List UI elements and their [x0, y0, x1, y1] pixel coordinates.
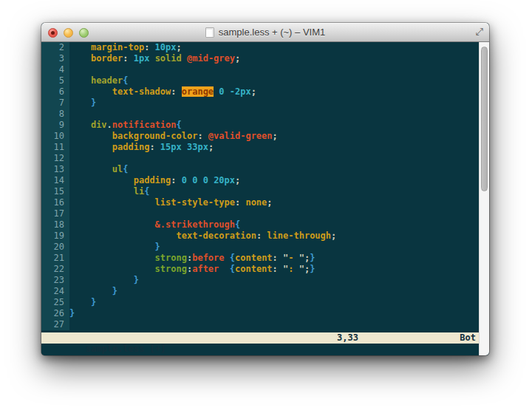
code-text [69, 153, 489, 164]
line-number: 6 [41, 86, 69, 98]
line-number: 5 [41, 75, 69, 86]
line-number: 25 [41, 297, 69, 308]
code-text: &.strikethrough{ [69, 219, 489, 231]
code-line[interactable]: 27 [41, 319, 489, 330]
line-number: 7 [41, 98, 69, 109]
line-number: 8 [41, 109, 69, 120]
code-line[interactable]: 6 text-shadow: orange 0 -2px; [41, 86, 489, 98]
code-line[interactable]: 23 } [41, 275, 489, 286]
mode-text: -- INSERT -- [86, 355, 150, 355]
code-text: strong:before {content: "- ";} [69, 253, 489, 264]
line-number: 16 [41, 197, 69, 208]
code-text: padding: 15px 33px; [69, 142, 489, 153]
code-line[interactable]: 19 text-decoration: line-through; [41, 231, 489, 242]
line-number: 14 [41, 175, 69, 186]
code-line[interactable]: 22 strong:after {content: ": ";} [41, 264, 489, 275]
code-line[interactable]: 11 padding: 15px 33px; [41, 142, 489, 153]
desktop-background: sample.less + (~) – VIM1 ⤢ 2 margin-top:… [0, 0, 532, 413]
code-line[interactable]: 16 list-style-type: none; [41, 197, 489, 208]
line-number: 22 [41, 264, 69, 275]
line-number: 11 [41, 142, 69, 153]
code-text: } [69, 308, 489, 319]
code-line[interactable]: 2 margin-top: 10px; [41, 42, 489, 53]
code-text [69, 208, 489, 219]
code-text: strong:after {content: ": ";} [69, 264, 489, 275]
editor-body: 2 margin-top: 10px;3 border: 1px solid @… [41, 42, 489, 355]
code-line[interactable]: 24 } [41, 286, 489, 297]
code-line[interactable]: 10 background-color: @valid-green; [41, 131, 489, 142]
code-line[interactable]: 9 div.notification{ [41, 120, 489, 131]
code-line[interactable]: 13 ul{ [41, 164, 489, 175]
line-number: 27 [41, 319, 69, 330]
line-number: 12 [41, 153, 69, 164]
line-number: 18 [41, 219, 69, 231]
scrollbar-track[interactable] [479, 42, 489, 355]
traffic-lights [48, 23, 89, 42]
code-line[interactable]: 4 [41, 64, 489, 75]
code-text: } [69, 242, 489, 253]
code-text: } [69, 297, 489, 308]
code-text: div.notification{ [69, 120, 489, 131]
code-text: padding: 0 0 0 20px; [69, 175, 489, 186]
code-text: } [69, 275, 489, 286]
statusline: sample.less [+] 3,33 Bot [41, 332, 489, 344]
code-text: li{ [69, 186, 489, 197]
line-number: 4 [41, 64, 69, 75]
scroll-position: Bot [460, 332, 476, 344]
line-number: 3 [41, 53, 69, 64]
line-number: 17 [41, 208, 69, 219]
line-number: 24 [41, 286, 69, 297]
window-title: sample.less + (~) – VIM1 [219, 27, 326, 38]
zoom-button[interactable] [79, 28, 89, 38]
code-line[interactable]: 7 } [41, 98, 489, 109]
title-group: sample.less + (~) – VIM1 [205, 27, 326, 38]
code-line[interactable]: 26} [41, 308, 489, 319]
scrollbar-thumb[interactable] [481, 47, 488, 191]
code-text [69, 109, 489, 120]
line-number: 19 [41, 231, 69, 242]
minimize-button[interactable] [64, 28, 73, 38]
code-line[interactable]: 15 li{ [41, 186, 489, 197]
titlebar[interactable]: sample.less + (~) – VIM1 ⤢ [41, 23, 489, 42]
code-text: } [69, 98, 489, 109]
code-line[interactable]: 3 border: 1px solid @mid-grey; [41, 53, 489, 64]
code-line[interactable]: 25 } [41, 297, 489, 308]
code-line[interactable]: 14 padding: 0 0 0 20px; [41, 175, 489, 186]
code-text: header{ [69, 75, 489, 86]
code-text: background-color: @valid-green; [69, 131, 489, 142]
modified-dot-icon [51, 31, 55, 35]
document-icon [205, 27, 214, 38]
line-number: 21 [41, 253, 69, 264]
statusline-filename: sample.less [+] [86, 344, 166, 354]
code-line[interactable]: 18 &.strikethrough{ [41, 219, 489, 231]
code-text: ul{ [69, 164, 489, 175]
code-text: } [69, 286, 489, 297]
line-number: 20 [41, 242, 69, 253]
code-text [69, 64, 489, 75]
code-line[interactable]: 20 } [41, 242, 489, 253]
vim-window: sample.less + (~) – VIM1 ⤢ 2 margin-top:… [41, 23, 489, 355]
fullscreen-icon[interactable]: ⤢ [476, 27, 483, 36]
code-line[interactable]: 21 strong:before {content: "- ";} [41, 253, 489, 264]
line-number: 2 [41, 42, 69, 53]
editor-area[interactable]: 2 margin-top: 10px;3 border: 1px solid @… [41, 42, 489, 332]
line-number: 23 [41, 275, 69, 286]
line-number: 9 [41, 120, 69, 131]
code-line[interactable]: 5 header{ [41, 75, 489, 86]
code-line[interactable]: 17 [41, 208, 489, 219]
code-text: margin-top: 10px; [69, 42, 489, 53]
code-text: text-shadow: orange 0 -2px; [69, 86, 489, 98]
line-number: 15 [41, 186, 69, 197]
code-line[interactable]: 12 [41, 153, 489, 164]
close-button[interactable] [48, 28, 58, 38]
code-text [69, 319, 489, 330]
code-text: border: 1px solid @mid-grey; [69, 53, 489, 64]
code-text: list-style-type: none; [69, 197, 489, 208]
code-text: text-decoration: line-through; [69, 231, 489, 242]
line-number: 26 [41, 308, 69, 319]
code-line[interactable]: 8 [41, 109, 489, 120]
line-number: 10 [41, 131, 69, 142]
cursor-position: 3,33 [337, 332, 358, 344]
line-number: 13 [41, 164, 69, 175]
